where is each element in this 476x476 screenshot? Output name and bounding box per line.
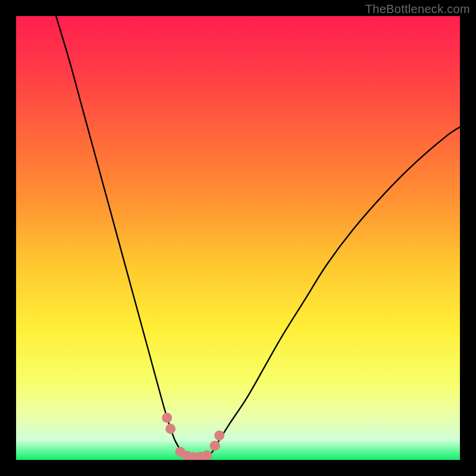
watermark-text: TheBottleneck.com	[365, 2, 470, 16]
marker-dot	[165, 424, 176, 434]
marker-dot	[162, 413, 172, 423]
marker-dot	[210, 441, 220, 451]
marker-dot	[214, 430, 224, 440]
chart-frame	[16, 16, 460, 460]
bottleneck-chart	[16, 16, 460, 460]
gradient-background	[16, 16, 460, 460]
